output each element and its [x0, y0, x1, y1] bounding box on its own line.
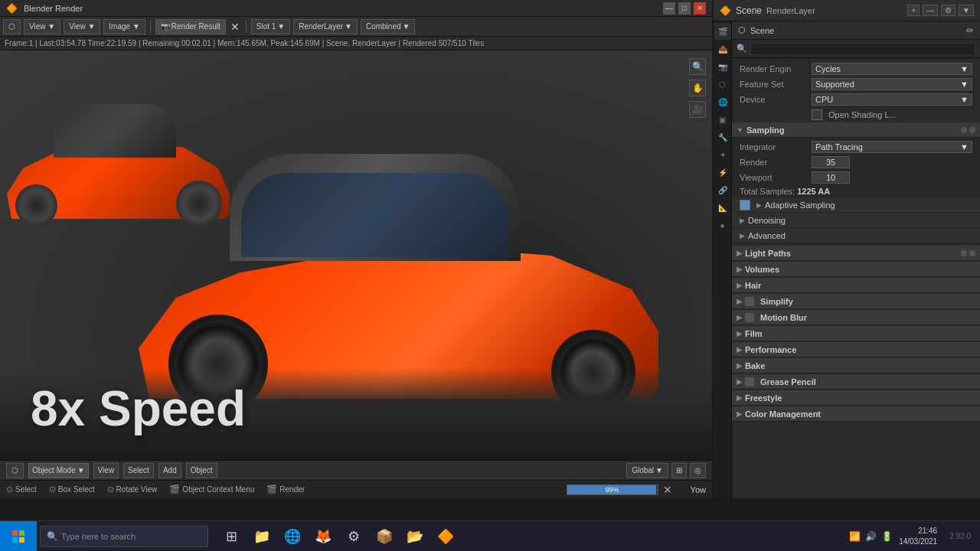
feature-set-value[interactable]: Supported ▼: [812, 78, 972, 90]
select-status: ⊙ Select: [6, 484, 37, 494]
maximize-button[interactable]: □: [678, 2, 691, 15]
battery-icon[interactable]: 🔋: [881, 531, 893, 542]
object-menu-bottom[interactable]: Object: [186, 463, 217, 478]
volumes-header[interactable]: ▶ Volumes: [732, 262, 980, 277]
motion-blur-checkbox[interactable]: [745, 313, 754, 322]
grease-pencil-checkbox[interactable]: [745, 377, 754, 386]
world-props-icon[interactable]: 🌐: [714, 93, 731, 110]
middle-mouse-icon: ⊙: [107, 484, 114, 494]
render-result-btn[interactable]: 📷 Render Result: [155, 19, 226, 34]
view-menu-bottom[interactable]: View: [93, 463, 119, 478]
bake-header[interactable]: ▶ Bake: [732, 358, 980, 373]
freestyle-header[interactable]: ▶ Freestyle: [732, 390, 980, 406]
file-explorer-btn[interactable]: 📁: [248, 523, 276, 550]
search-icon: 🔍: [737, 44, 747, 54]
hair-label: Hair: [745, 281, 761, 290]
blender-taskbar-btn[interactable]: 🔶: [432, 523, 459, 550]
render-engine-value[interactable]: Cycles ▼: [812, 63, 972, 75]
hand-icon[interactable]: ✋: [689, 80, 706, 96]
hair-header[interactable]: ▶ Hair: [732, 278, 980, 293]
volume-icon[interactable]: 🔊: [865, 531, 877, 542]
render-layer-selector[interactable]: RenderLayer ▼: [293, 19, 358, 34]
physics-props-icon[interactable]: ⚡: [714, 164, 731, 181]
sampling-dot2: [969, 127, 975, 133]
sampling-block: ▼ Sampling Integrator Path Tracing: [732, 122, 980, 245]
proportional-btn[interactable]: ◎: [690, 463, 706, 478]
global-selector[interactable]: Global ▼: [626, 463, 668, 478]
render-props-icon[interactable]: 🎬: [714, 23, 731, 40]
render-result-close[interactable]: ✕: [229, 21, 241, 33]
taskbar-clock[interactable]: 21:46 14/03/2021: [899, 526, 937, 547]
zoom-in-icon[interactable]: 🔍: [689, 58, 706, 75]
constraints-props-icon[interactable]: 🔗: [714, 181, 731, 198]
taskbar-search-box[interactable]: 🔍 Type here to search: [40, 526, 208, 547]
snap-btn[interactable]: ⊞: [671, 463, 687, 478]
simplify-header[interactable]: ▶ Simplify: [732, 294, 980, 309]
object-mode-select[interactable]: Object Mode ▼: [28, 463, 89, 478]
close-button[interactable]: ✕: [694, 2, 706, 15]
denoising-arrow: ▶: [740, 217, 745, 224]
rl-settings-btn[interactable]: ⚙: [941, 5, 956, 16]
view-menu[interactable]: View ▼: [24, 19, 60, 34]
performance-header[interactable]: ▶ Performance: [732, 342, 980, 357]
scene-topbar: 🔶 Scene RenderLayer + — ⚙ ▼: [712, 0, 980, 21]
rl-extra-btn[interactable]: ▼: [959, 5, 974, 16]
rl-new-btn[interactable]: +: [907, 5, 920, 16]
color-management-header[interactable]: ▶ Color Management: [732, 406, 980, 422]
toolbar-icon-btn[interactable]: ⬡: [3, 19, 21, 34]
window-title: Blender Render: [24, 4, 663, 13]
render-samples-value[interactable]: 35: [812, 156, 850, 168]
chrome-btn[interactable]: ⚙: [340, 523, 368, 550]
film-header[interactable]: ▶ Film: [732, 326, 980, 341]
minimize-button[interactable]: —: [663, 2, 675, 15]
light-paths-header[interactable]: ▶ Light Paths: [732, 246, 980, 261]
edge-btn[interactable]: 🌐: [279, 523, 306, 550]
firefox-btn[interactable]: 🦊: [309, 523, 337, 550]
add-menu-bottom[interactable]: Add: [158, 463, 181, 478]
task-view-btn[interactable]: ⊞: [217, 523, 245, 550]
network-icon[interactable]: 📶: [849, 531, 861, 542]
slot-selector[interactable]: Slot 1 ▼: [251, 19, 290, 34]
render-result-label: Render Result: [172, 22, 220, 31]
mode-icon-btn[interactable]: ⬡: [6, 463, 24, 478]
select-menu-bottom[interactable]: Select: [123, 463, 154, 478]
camera-view-icon[interactable]: 🎥: [689, 101, 706, 118]
viewport-samples-value[interactable]: 10: [812, 171, 850, 184]
scene-props-icon[interactable]: ⬡: [714, 76, 731, 93]
advanced-arrow: ▶: [740, 232, 745, 240]
image-menu[interactable]: Image ▼: [103, 19, 145, 34]
combined-selector[interactable]: Combined ▼: [361, 19, 416, 34]
object-props-icon[interactable]: ▣: [714, 111, 731, 128]
adaptive-sampling-checkbox[interactable]: [740, 200, 750, 210]
denoising-row[interactable]: ▶ Denoising: [732, 213, 980, 228]
integrator-value[interactable]: Path Tracing ▼: [812, 141, 972, 153]
adaptive-sampling-row[interactable]: ▶ Adaptive Sampling: [732, 197, 980, 213]
toolbar-separator: [150, 21, 151, 33]
device-value[interactable]: CPU ▼: [812, 93, 972, 106]
start-button[interactable]: [0, 521, 37, 552]
output-props-icon[interactable]: 📤: [714, 41, 731, 57]
volumes-arrow: ▶: [737, 266, 742, 273]
grease-pencil-header[interactable]: ▶ Grease Pencil: [732, 374, 980, 390]
open-shading-checkbox[interactable]: [812, 109, 822, 120]
feature-set-val-text: Supported: [815, 80, 854, 89]
motion-blur-header[interactable]: ▶ Motion Blur: [732, 310, 980, 325]
particles-props-icon[interactable]: ✦: [714, 146, 731, 163]
viewport-samples-row: Viewport 10: [732, 170, 980, 185]
rl-remove-btn[interactable]: —: [923, 5, 938, 16]
data-props-icon[interactable]: 📐: [714, 199, 731, 216]
view2-menu[interactable]: View ▼: [64, 19, 100, 34]
material-props-icon[interactable]: ●: [714, 217, 731, 233]
folder2-btn[interactable]: 📂: [401, 523, 429, 550]
advanced-row[interactable]: ▶ Advanced: [732, 228, 980, 243]
modifier-props-icon[interactable]: 🔧: [714, 129, 731, 145]
bake-label: Bake: [745, 361, 765, 370]
view-layer-props-icon[interactable]: 📷: [714, 58, 731, 75]
dropbox-btn[interactable]: 📦: [371, 523, 398, 550]
progress-cancel-btn[interactable]: ✕: [663, 484, 672, 496]
props-search-input[interactable]: [750, 43, 975, 55]
props-edit-btn[interactable]: ✏: [966, 25, 974, 36]
simplify-checkbox[interactable]: [745, 297, 754, 306]
svg-rect-1: [19, 530, 24, 536]
sampling-header[interactable]: ▼ Sampling: [732, 122, 980, 138]
